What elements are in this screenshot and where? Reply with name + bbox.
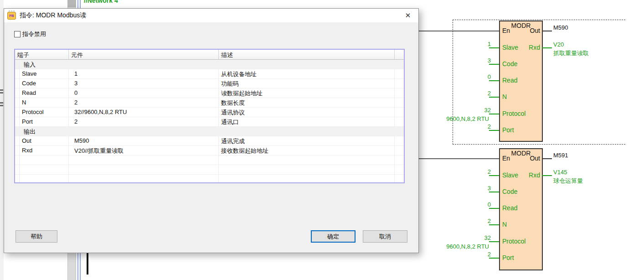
clipped-text-fragment [0, 92, 3, 93]
header-spacer [395, 50, 404, 60]
element-cell[interactable]: 0 [69, 88, 219, 98]
row-selector-cell [15, 108, 20, 117]
spacer-cell [395, 156, 404, 165]
spacer-cell [395, 98, 404, 107]
element-cell[interactable]: 32//9600,N,8,2 RTU [69, 108, 219, 117]
pin-value[interactable]: 2 [433, 123, 491, 130]
row-selector-cell [15, 88, 20, 98]
modr-function-block[interactable]: MODREnOutRxdSlaveCodeReadNProtocolPort [499, 21, 543, 142]
table-row[interactable]: OutM590通讯完成 [15, 136, 404, 146]
row-selector-cell [15, 146, 20, 155]
pin-value[interactable]: 2 [433, 251, 491, 258]
pin-value[interactable]: 3 [433, 57, 491, 64]
table-row[interactable]: Protocol32//9600,N,8,2 RTU通讯协议 [15, 108, 404, 117]
table-group-row[interactable]: 输出 [15, 127, 404, 136]
close-icon[interactable]: ✕ [402, 10, 414, 21]
spacer-cell [395, 136, 404, 145]
table-row[interactable]: N2数据长度 [15, 98, 404, 108]
modr-function-block[interactable]: MODREnOutRxdSlaveCodeReadNProtocolPort [499, 148, 543, 270]
pin-label: Port [502, 254, 514, 261]
pin-wire-stub [489, 97, 499, 98]
pin-label: N [502, 93, 507, 100]
header-element[interactable]: 元件 [69, 50, 219, 60]
spacer-cell [395, 69, 404, 78]
disable-instruction-checkbox[interactable]: 指令禁用 [14, 30, 46, 38]
table-empty-row[interactable] [15, 156, 404, 165]
cancel-button[interactable]: 取消 [363, 230, 407, 243]
pin-value[interactable]: 1 [433, 41, 491, 47]
out-pin-label: Out [530, 155, 540, 162]
table-row[interactable]: RxdV20//抓取重量读取接收数据起始地址 [15, 146, 404, 156]
element-cell[interactable]: 1 [69, 69, 219, 78]
pin-value[interactable]: 0 [433, 201, 491, 208]
rxd-operand[interactable]: V145 [553, 169, 567, 176]
help-button[interactable]: 帮助 [15, 230, 57, 243]
element-cell[interactable]: V20//抓取重量读取 [69, 146, 219, 155]
element-cell[interactable]: 3 [69, 79, 219, 88]
group-label-cell: 输出 [20, 127, 404, 136]
pin-label: Port [502, 126, 514, 134]
pin-label: Slave [502, 171, 518, 179]
element-cell[interactable]: M590 [69, 136, 219, 145]
description-cell: 接收数据起始地址 [219, 146, 395, 155]
network-comment-label[interactable]: //Network 4 [84, 0, 118, 4]
terminal-cell: Rxd [20, 146, 69, 155]
pin-value[interactable]: 0 [433, 73, 491, 80]
pin-wire-stub [489, 258, 499, 259]
table-row[interactable]: Slave1从机设备地址 [15, 69, 404, 79]
parameter-table: 端子 元件 描述 输入Slave1从机设备地址Code3功能码Read0读数据起… [14, 49, 405, 183]
dialog-titlebar[interactable]: FB 指令: MODR Modbus读 ✕ [4, 9, 418, 22]
header-terminal[interactable]: 端子 [15, 50, 69, 60]
pin-value[interactable]: 32 [433, 107, 491, 114]
header-description[interactable]: 描述 [219, 50, 395, 60]
dialog-title: 指令: MODR Modbus读 [20, 11, 86, 20]
table-empty-row[interactable] [15, 165, 404, 175]
spacer-cell [395, 165, 404, 174]
rxd-operand-comment: 抓取重量读取 [553, 49, 589, 57]
rxd-pin-label: Rxd [529, 171, 540, 179]
pin-value-comment: 9600,N,8,2 RTU [429, 243, 489, 250]
scrollbar-thumb[interactable] [67, 0, 76, 7]
table-row[interactable]: Code3功能码 [15, 79, 404, 88]
ok-button[interactable]: 确定 [311, 230, 355, 243]
row-selector-cell [15, 156, 20, 165]
pin-label: Read [502, 204, 517, 212]
description-cell: 通讯完成 [219, 136, 395, 145]
out-operand[interactable]: M590 [553, 24, 568, 31]
table-empty-row[interactable] [15, 175, 404, 183]
out-operand[interactable]: M591 [553, 152, 568, 159]
rxd-operand[interactable]: V20 [553, 41, 564, 48]
terminal-cell [20, 165, 69, 174]
spacer-cell [395, 117, 404, 126]
table-group-row[interactable]: 输入 [15, 60, 404, 69]
description-cell: 数据长度 [219, 98, 395, 107]
pin-label: Slave [502, 44, 518, 51]
pin-value[interactable]: 2 [433, 90, 491, 97]
element-cell[interactable]: 2 [69, 98, 219, 107]
pin-value[interactable]: 2 [433, 218, 491, 224]
pin-label: N [502, 221, 507, 228]
terminal-cell [20, 156, 69, 165]
pin-wire-stub [489, 192, 499, 192]
param-table-body: 输入Slave1从机设备地址Code3功能码Read0读数据起始地址N2数据长度… [15, 60, 404, 183]
table-row[interactable]: Read0读数据起始地址 [15, 88, 404, 98]
pin-label: Read [502, 77, 517, 84]
checkbox-box[interactable] [14, 31, 21, 37]
pin-value-comment: 9600,N,8,2 RTU [429, 115, 489, 122]
pin-label: Code [502, 188, 517, 195]
element-cell [69, 156, 219, 165]
terminal-cell [20, 175, 69, 183]
pin-value[interactable]: 32 [433, 234, 491, 241]
element-cell [69, 165, 219, 174]
out-wire-stub [542, 158, 552, 159]
pin-value[interactable]: 3 [433, 185, 491, 192]
pin-wire-stub [489, 208, 499, 209]
pin-label: Protocol [502, 238, 526, 245]
pin-wire-stub [489, 64, 499, 65]
table-row[interactable]: Port2通讯口 [15, 117, 404, 127]
element-cell[interactable]: 2 [69, 117, 219, 126]
rxd-pin-label: Rxd [529, 44, 540, 51]
row-selector-cell [15, 165, 20, 174]
rxd-operand-comment: 球仓运算量 [553, 177, 583, 185]
pin-value[interactable]: 2 [433, 168, 491, 175]
